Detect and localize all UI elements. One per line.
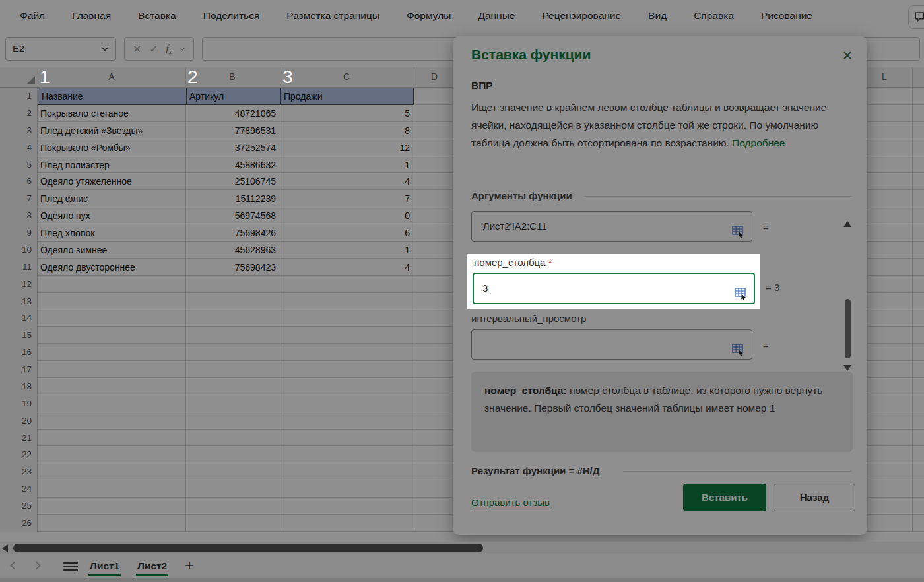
dim-overlay — [0, 0, 924, 582]
required-asterisk: * — [548, 257, 552, 268]
step-number-3: 3 — [282, 67, 293, 88]
step-number-1: 1 — [40, 67, 50, 88]
column-number-input[interactable]: 3 — [473, 273, 755, 304]
range-picker-icon[interactable] — [735, 282, 747, 311]
spotlight-box: номер_столбца * 3 — [467, 254, 760, 309]
excel-window: ФайлГлавнаяВставкаПоделитьсяРазметка стр… — [0, 0, 924, 582]
step-number-2: 2 — [187, 67, 198, 88]
column-number-value: 3 — [482, 282, 488, 294]
column-number-label: номер_столбца * — [474, 257, 552, 268]
